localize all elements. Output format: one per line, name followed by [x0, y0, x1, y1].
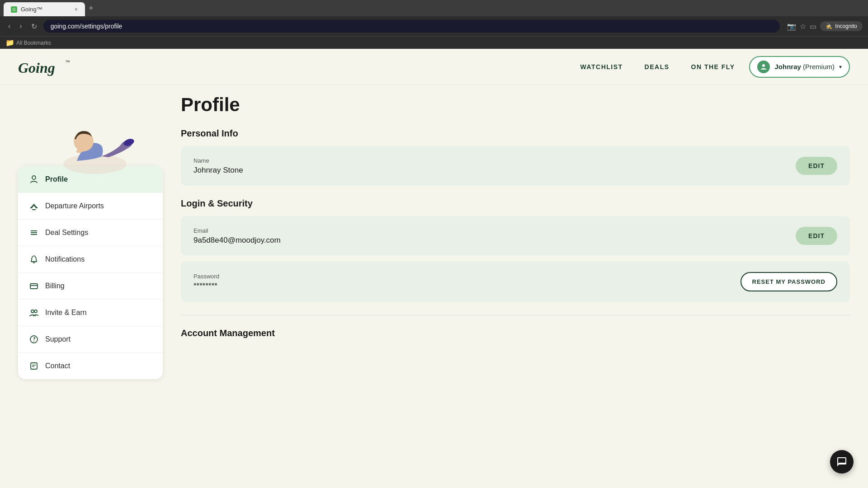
- tab-close-button[interactable]: ×: [75, 6, 78, 13]
- browser-chrome: G Going™ × + ‹ › ↻ 📷 ☆ ▭ 🕵 Incognito 📁 A…: [0, 0, 868, 49]
- sidebar-item-departure-airports[interactable]: Departure Airports: [18, 193, 163, 220]
- logo[interactable]: Going ™: [18, 56, 77, 78]
- nav-watchlist[interactable]: WATCHLIST: [580, 63, 623, 70]
- reload-button[interactable]: ↻: [28, 20, 40, 33]
- password-label: Password: [193, 273, 219, 280]
- sidebar: Profile Departure Airports: [18, 94, 163, 379]
- email-label: Email: [193, 227, 281, 234]
- incognito-icon: 🕵: [826, 23, 832, 29]
- sidebar-item-deal-settings-label: Deal Settings: [45, 229, 88, 237]
- browser-tab[interactable]: G Going™ ×: [4, 2, 85, 16]
- sidebar-item-notifications[interactable]: Notifications: [18, 246, 163, 273]
- camera-off-icon: 📷: [787, 22, 796, 31]
- password-value: ********: [193, 282, 219, 291]
- svg-point-2: [762, 64, 765, 67]
- svg-rect-9: [30, 284, 38, 289]
- sidebar-item-contact[interactable]: Contact: [18, 353, 163, 379]
- svg-point-11: [34, 310, 37, 313]
- name-info: Name Johnray Stone: [193, 157, 243, 175]
- forward-button[interactable]: ›: [17, 20, 24, 32]
- email-value: 9a5d8e40@moodjoy.com: [193, 236, 281, 245]
- sidebar-illustration: [18, 94, 163, 193]
- svg-point-10: [31, 310, 34, 313]
- svg-rect-14: [31, 363, 37, 369]
- sidebar-nav: Profile Departure Airports: [18, 166, 163, 379]
- password-card: Password ******** RESET MY PASSWORD: [181, 261, 850, 302]
- name-card: Name Johnray Stone EDIT: [181, 146, 850, 186]
- svg-marker-6: [152, 127, 154, 141]
- nav-deals[interactable]: DEALS: [645, 63, 670, 70]
- sidebar-item-departure-airports-label: Departure Airports: [45, 202, 104, 210]
- illustration-svg: [18, 94, 154, 184]
- app-container: Going ™ WATCHLIST DEALS ON THE FLY Johnr…: [0, 49, 868, 455]
- personal-info-title: Personal Info: [181, 128, 850, 139]
- sidebar-item-invite-earn[interactable]: Invite & Earn: [18, 300, 163, 326]
- tab-bar: G Going™ × +: [0, 0, 868, 16]
- address-icons: 📷 ☆ ▭: [787, 22, 816, 31]
- nav-on-the-fly[interactable]: ON THE FLY: [691, 63, 735, 70]
- edit-email-button[interactable]: EDIT: [796, 227, 837, 245]
- invite-earn-icon: [29, 308, 39, 318]
- sidebar-item-support-label: Support: [45, 335, 71, 343]
- svg-text:Going: Going: [18, 60, 55, 76]
- support-icon: [29, 334, 39, 344]
- edit-name-button[interactable]: EDIT: [796, 157, 837, 175]
- billing-icon: [29, 281, 39, 291]
- sidebar-item-deal-settings[interactable]: Deal Settings: [18, 220, 163, 246]
- bookmarks-label: All Bookmarks: [16, 40, 51, 46]
- reset-password-button[interactable]: RESET MY PASSWORD: [741, 272, 837, 291]
- login-security-title: Login & Security: [181, 198, 850, 209]
- tab-favicon: G: [11, 6, 17, 13]
- chat-icon: [836, 456, 847, 467]
- chat-button[interactable]: [830, 450, 854, 474]
- notifications-icon: [29, 254, 39, 264]
- bookmarks-bar: 📁 All Bookmarks: [0, 36, 868, 49]
- svg-text:™: ™: [65, 59, 70, 65]
- url-input[interactable]: [43, 20, 780, 33]
- user-menu[interactable]: Johnray (Premium) ▾: [749, 56, 850, 78]
- logo-svg: Going ™: [18, 56, 77, 78]
- bookmarks-folder-icon: 📁: [5, 38, 14, 47]
- page-title: Profile: [181, 94, 850, 116]
- sidebar-item-notifications-label: Notifications: [45, 255, 85, 263]
- profile-content: Profile Personal Info Name Johnray Stone…: [181, 94, 850, 379]
- tablet-icon: ▭: [810, 22, 816, 31]
- deal-settings-icon: [29, 228, 39, 238]
- nav-links: WATCHLIST DEALS ON THE FLY: [580, 63, 735, 70]
- password-info: Password ********: [193, 273, 219, 291]
- incognito-label: Incognito: [835, 23, 857, 29]
- user-chevron-icon: ▾: [839, 64, 842, 70]
- svg-marker-5: [149, 114, 154, 138]
- section-divider: [181, 315, 850, 315]
- main-content: Profile Departure Airports: [0, 85, 868, 379]
- sidebar-item-billing-label: Billing: [45, 282, 65, 290]
- new-tab-button[interactable]: +: [85, 2, 97, 15]
- email-info: Email 9a5d8e40@moodjoy.com: [193, 227, 281, 245]
- contact-icon: [29, 361, 39, 371]
- sidebar-item-support[interactable]: Support: [18, 326, 163, 353]
- back-button[interactable]: ‹: [5, 20, 13, 32]
- incognito-badge: 🕵 Incognito: [820, 21, 863, 31]
- sidebar-item-invite-earn-label: Invite & Earn: [45, 309, 87, 317]
- name-value: Johnray Stone: [193, 166, 243, 175]
- bookmark-icon[interactable]: ☆: [800, 22, 806, 31]
- user-name: Johnray (Premium): [774, 63, 835, 70]
- email-card: Email 9a5d8e40@moodjoy.com EDIT: [181, 216, 850, 256]
- sidebar-item-contact-label: Contact: [45, 362, 70, 370]
- svg-point-13: [33, 341, 34, 342]
- account-management-title: Account Management: [181, 328, 850, 338]
- name-label: Name: [193, 157, 243, 164]
- tab-title: Going™: [21, 6, 42, 13]
- top-nav: Going ™ WATCHLIST DEALS ON THE FLY Johnr…: [0, 49, 868, 85]
- departure-airports-icon: [29, 201, 39, 211]
- address-bar: ‹ › ↻ 📷 ☆ ▭ 🕵 Incognito: [0, 16, 868, 36]
- sidebar-item-billing[interactable]: Billing: [18, 273, 163, 300]
- user-avatar: [757, 61, 770, 73]
